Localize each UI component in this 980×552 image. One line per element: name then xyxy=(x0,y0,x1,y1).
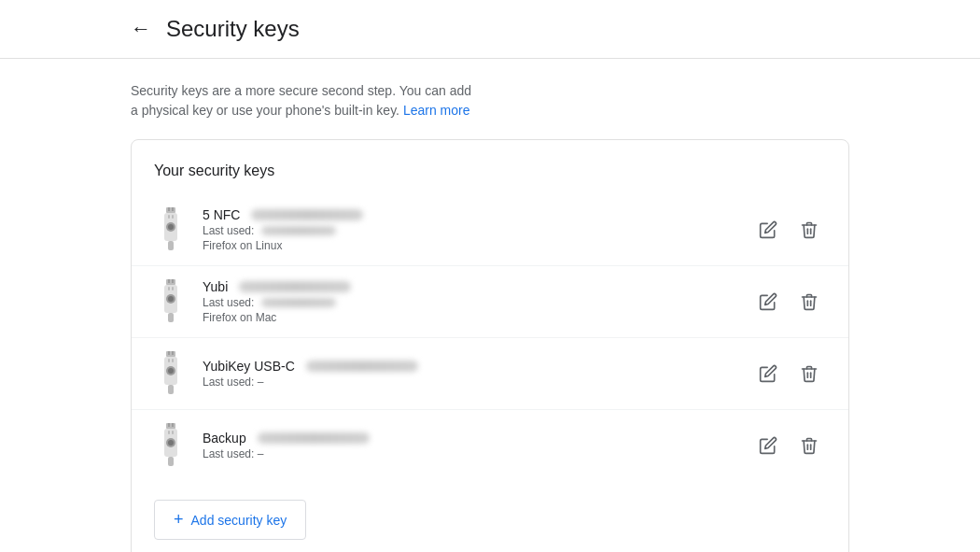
key-info: YubiLast used:Firefox on Mac xyxy=(203,279,751,324)
key-browser: Firefox on Linux xyxy=(203,239,751,252)
svg-rect-15 xyxy=(168,287,170,290)
svg-point-23 xyxy=(168,368,174,374)
svg-point-14 xyxy=(168,296,174,302)
delete-key-button[interactable] xyxy=(792,429,826,462)
svg-rect-28 xyxy=(168,423,170,427)
page-title: Security keys xyxy=(166,16,300,42)
key-info: YubiKey USB-CLast used: – xyxy=(203,359,751,389)
key-name: 5 NFC xyxy=(203,207,240,222)
svg-rect-26 xyxy=(168,385,174,394)
last-used-label: Last used: – xyxy=(203,447,263,460)
plus-icon: + xyxy=(174,510,184,530)
key-name: Yubi xyxy=(203,279,228,294)
key-name-row: Yubi xyxy=(203,279,751,294)
svg-rect-20 xyxy=(172,351,174,355)
last-used-date-redacted xyxy=(261,226,336,235)
svg-rect-16 xyxy=(172,287,174,290)
key-name-row: 5 NFC xyxy=(203,207,751,222)
svg-rect-33 xyxy=(168,431,170,434)
key-list: 5 NFCLast used:Firefox on Linux xyxy=(132,194,848,481)
svg-rect-27 xyxy=(166,423,175,429)
delete-key-button[interactable] xyxy=(792,213,826,247)
back-button[interactable]: ← xyxy=(131,13,159,45)
svg-rect-35 xyxy=(168,457,174,466)
security-keys-card: Your security keys 5 NFCLast used:Firefo… xyxy=(131,139,849,552)
usb-key-icon xyxy=(154,421,188,470)
key-name-redacted xyxy=(306,361,418,372)
key-actions xyxy=(751,357,826,390)
card-title: Your security keys xyxy=(132,163,848,194)
edit-key-button[interactable] xyxy=(751,357,785,390)
edit-icon xyxy=(759,220,777,239)
key-last-used: Last used: xyxy=(203,296,751,309)
key-name-redacted xyxy=(239,281,351,292)
learn-more-link[interactable]: Learn more xyxy=(403,103,470,118)
last-used-label: Last used: – xyxy=(203,375,263,389)
svg-rect-11 xyxy=(172,279,174,283)
key-name: YubiKey USB-C xyxy=(203,359,295,374)
key-item: 5 NFCLast used:Firefox on Linux xyxy=(132,194,848,266)
svg-rect-1 xyxy=(168,207,170,211)
delete-key-button[interactable] xyxy=(792,357,826,390)
edit-icon xyxy=(759,436,777,455)
key-name: Backup xyxy=(203,431,246,446)
edit-key-button[interactable] xyxy=(751,429,785,462)
svg-rect-2 xyxy=(172,207,174,211)
svg-rect-8 xyxy=(168,241,174,250)
delete-icon xyxy=(800,220,819,239)
svg-rect-6 xyxy=(168,215,170,219)
key-last-used: Last used: – xyxy=(203,375,751,389)
svg-point-5 xyxy=(168,224,174,230)
last-used-date-redacted xyxy=(261,298,336,307)
key-browser: Firefox on Mac xyxy=(203,311,751,324)
back-arrow-icon: ← xyxy=(131,17,151,41)
add-key-label: Add security key xyxy=(191,513,287,528)
usb-key-icon xyxy=(154,277,188,326)
key-info: BackupLast used: – xyxy=(203,431,751,460)
key-last-used: Last used: xyxy=(203,224,751,237)
svg-rect-34 xyxy=(172,431,174,434)
key-item: YubiKey USB-CLast used: – xyxy=(132,338,848,410)
svg-rect-19 xyxy=(168,351,170,355)
delete-icon xyxy=(800,364,819,383)
last-used-label: Last used: xyxy=(203,224,254,237)
key-last-used: Last used: – xyxy=(203,447,751,460)
key-name-row: Backup xyxy=(203,431,751,446)
key-actions xyxy=(751,429,826,462)
key-name-redacted xyxy=(251,209,363,220)
key-item: YubiLast used:Firefox on Mac xyxy=(132,266,848,338)
svg-rect-10 xyxy=(168,279,170,283)
page-header: ← Security keys xyxy=(0,0,980,59)
add-security-key-button[interactable]: + Add security key xyxy=(154,500,306,540)
svg-rect-9 xyxy=(166,279,175,285)
svg-rect-18 xyxy=(166,351,175,357)
usb-key-icon xyxy=(154,205,188,254)
key-item: BackupLast used: – xyxy=(132,410,848,481)
delete-icon xyxy=(800,292,819,311)
delete-icon xyxy=(800,436,819,455)
usb-key-icon xyxy=(154,349,188,398)
add-key-section: + Add security key xyxy=(132,481,848,540)
key-name-redacted xyxy=(258,432,370,444)
svg-rect-29 xyxy=(172,423,174,427)
svg-rect-17 xyxy=(168,313,174,322)
svg-rect-0 xyxy=(166,207,175,213)
delete-key-button[interactable] xyxy=(792,285,826,318)
edit-icon xyxy=(759,292,777,311)
key-info: 5 NFCLast used:Firefox on Linux xyxy=(203,207,751,252)
svg-rect-24 xyxy=(168,359,170,362)
edit-key-button[interactable] xyxy=(751,285,785,318)
key-name-row: YubiKey USB-C xyxy=(203,359,751,374)
edit-key-button[interactable] xyxy=(751,213,785,247)
edit-icon xyxy=(759,364,777,383)
svg-rect-7 xyxy=(172,215,174,219)
svg-rect-25 xyxy=(172,359,174,362)
key-actions xyxy=(751,285,826,318)
svg-point-32 xyxy=(168,440,174,446)
last-used-label: Last used: xyxy=(203,296,254,309)
key-actions xyxy=(751,213,826,247)
description-section: Security keys are a more secure second s… xyxy=(0,59,607,139)
